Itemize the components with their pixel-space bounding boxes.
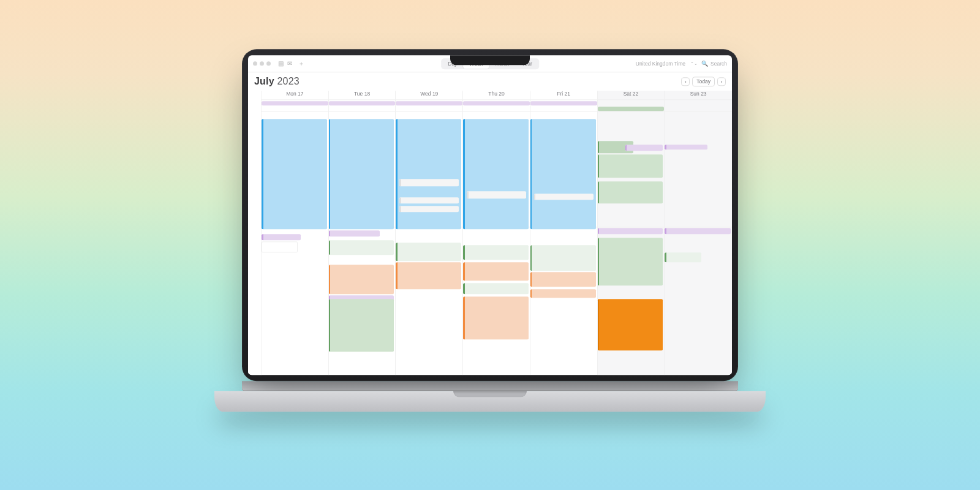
day-body[interactable]: [329, 111, 396, 375]
calendar-event[interactable]: [530, 272, 596, 287]
calendar-event[interactable]: [463, 245, 529, 260]
calendar-event[interactable]: [463, 262, 529, 281]
calendar-event[interactable]: [665, 252, 701, 262]
allday-row[interactable]: [665, 99, 732, 111]
calendar-event[interactable]: [598, 238, 663, 285]
day-column[interactable]: Mon 17: [262, 91, 329, 375]
search-field[interactable]: 🔍 Search: [701, 61, 727, 67]
event-accent-bar: [598, 154, 600, 178]
display: ▤ ✉ ＋ DayWeekMonthYear United Kingdom Ti…: [248, 55, 732, 375]
event-accent-bar: [463, 296, 465, 339]
calendar-event[interactable]: [665, 145, 707, 149]
event-accent-bar: [463, 283, 465, 294]
calendar-event[interactable]: [396, 119, 461, 229]
allday-row[interactable]: [530, 99, 597, 111]
event-accent-bar: [625, 145, 627, 151]
month-title: July 2023: [254, 76, 300, 87]
event-accent-bar: [396, 262, 398, 289]
event-accent-bar: [598, 299, 600, 350]
calendar-event[interactable]: [262, 241, 298, 252]
event-accent-bar: [598, 228, 600, 234]
calendar-event[interactable]: [598, 181, 663, 203]
calendar-event[interactable]: [530, 119, 596, 229]
add-event-button[interactable]: ＋: [298, 59, 304, 68]
day-header: Thu 20: [463, 91, 530, 99]
allday-row[interactable]: [262, 99, 328, 111]
calendar-event[interactable]: [598, 299, 663, 350]
calendar-event[interactable]: [396, 262, 461, 289]
today-button[interactable]: Today: [692, 77, 715, 86]
window-controls[interactable]: [253, 61, 271, 66]
day-body[interactable]: [665, 111, 732, 375]
year-label: 2023: [277, 76, 299, 86]
calendar-event[interactable]: [534, 194, 594, 200]
calendar-app: ▤ ✉ ＋ DayWeekMonthYear United Kingdom Ti…: [248, 55, 732, 375]
allday-row[interactable]: [329, 99, 396, 111]
day-column[interactable]: Sun 23: [665, 91, 732, 375]
day-column[interactable]: Wed 19: [396, 91, 463, 375]
calendar-event[interactable]: [530, 245, 596, 271]
next-week-button[interactable]: ›: [717, 77, 726, 86]
event-accent-bar: [530, 289, 532, 298]
day-column[interactable]: Sat 22: [598, 91, 665, 375]
event-accent-bar: [665, 252, 666, 262]
allday-event[interactable]: [598, 107, 665, 111]
calendar-event[interactable]: [598, 228, 663, 234]
chevron-updown-icon: ⌃⌄: [690, 61, 698, 66]
calendar-event[interactable]: [530, 289, 596, 298]
calendar-event[interactable]: [329, 240, 394, 255]
prev-week-button[interactable]: ‹: [681, 77, 690, 86]
timezone-picker[interactable]: United Kingdom Time ⌃⌄: [636, 61, 698, 67]
calendar-event[interactable]: [665, 228, 731, 234]
allday-event[interactable]: [463, 101, 530, 105]
day-body[interactable]: [598, 111, 665, 375]
event-accent-bar: [329, 240, 331, 255]
calendar-event[interactable]: [262, 119, 327, 229]
event-accent-bar: [530, 245, 532, 271]
event-accent-bar: [396, 119, 398, 229]
timezone-label: United Kingdom Time: [636, 61, 685, 67]
calendar-event[interactable]: [463, 283, 529, 294]
header: July 2023 ‹ Today ›: [248, 72, 732, 91]
calendar-event[interactable]: [399, 197, 459, 203]
calendar-event[interactable]: [329, 230, 380, 236]
calendar-event[interactable]: [463, 296, 529, 339]
allday-event[interactable]: [396, 101, 462, 105]
day-header: Sat 22: [598, 91, 665, 99]
event-accent-bar: [598, 141, 600, 153]
allday-event[interactable]: [329, 101, 396, 105]
calendar-event[interactable]: [262, 234, 301, 240]
calendar-event[interactable]: [598, 154, 663, 178]
display-notch: [450, 55, 530, 65]
calendar-event[interactable]: [625, 145, 663, 151]
calendar-event[interactable]: [329, 265, 394, 294]
calendar-event[interactable]: [329, 299, 394, 352]
calendar-event[interactable]: [399, 179, 459, 186]
calendar-event[interactable]: [396, 243, 461, 261]
allday-row[interactable]: [396, 99, 462, 111]
event-accent-bar: [262, 234, 263, 240]
day-column[interactable]: Fri 21: [530, 91, 598, 375]
zoom-dot[interactable]: [266, 61, 271, 66]
inbox-icon[interactable]: ✉: [287, 60, 292, 67]
allday-row[interactable]: [463, 99, 530, 111]
minimize-dot[interactable]: [260, 61, 264, 66]
close-dot[interactable]: [253, 61, 257, 66]
allday-row[interactable]: [598, 99, 665, 111]
day-body[interactable]: [530, 111, 597, 375]
day-body[interactable]: [262, 111, 328, 375]
calendar-event[interactable]: [399, 206, 459, 212]
allday-event[interactable]: [530, 101, 597, 105]
calendars-icon[interactable]: ▤: [278, 60, 284, 67]
day-body[interactable]: [396, 111, 462, 375]
day-column[interactable]: Thu 20: [463, 91, 530, 375]
day-body[interactable]: [463, 111, 530, 375]
calendar-event[interactable]: [329, 119, 394, 229]
event-accent-bar: [665, 228, 666, 234]
calendar-event[interactable]: [463, 119, 529, 229]
event-accent-bar: [329, 299, 331, 352]
allday-event[interactable]: [262, 101, 328, 105]
day-column[interactable]: Tue 18: [329, 91, 396, 375]
calendar-event[interactable]: [467, 191, 526, 198]
event-accent-bar: [463, 262, 465, 281]
